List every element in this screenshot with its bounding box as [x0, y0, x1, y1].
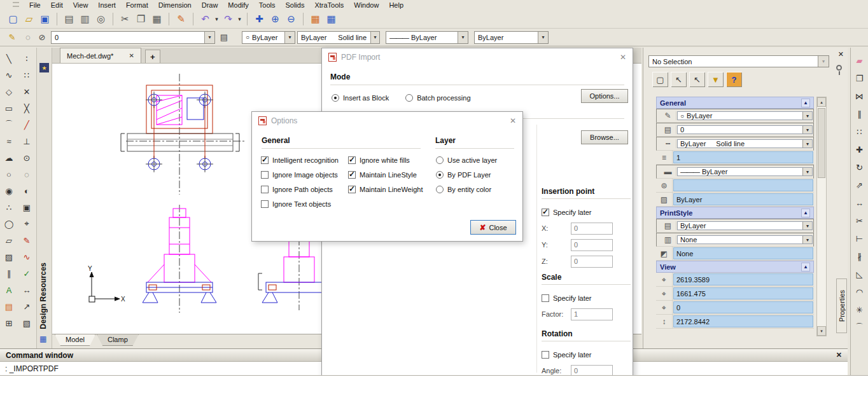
property-value[interactable]: ○ ByLayer ▾ [677, 111, 813, 120]
view-center-z-row[interactable]: ⌖ 0 ▾ [656, 301, 814, 315]
linetype-row[interactable]: ┅ ByLayer Solid line ▾ [656, 137, 814, 151]
scroll-up-icon[interactable]: ▴ [817, 97, 826, 107]
chevron-down-icon[interactable]: ▾ [802, 140, 812, 148]
redo-icon[interactable]: ↷ [220, 11, 236, 27]
dialog-title-bar[interactable]: Options ✕ [252, 112, 522, 130]
collapse-icon[interactable]: ▴ [801, 263, 810, 271]
check-ignore-image-objects[interactable]: Ignore Image objects [261, 167, 339, 182]
region-tool-icon[interactable]: ▱ [1, 232, 17, 249]
zoom-in-icon[interactable]: ⊕ [267, 11, 283, 27]
menu-window[interactable]: Window [349, 1, 384, 9]
node-snap-icon[interactable]: ◌ [19, 166, 34, 182]
linetype-scale-row[interactable]: ≡ 1 ▾ [656, 151, 814, 165]
print-table-attached-row[interactable]: ◩ None ▾ [656, 247, 814, 261]
mirror-icon[interactable]: ⋈ [853, 90, 867, 102]
design-resources-icon[interactable]: ★ [39, 63, 49, 72]
hatch-tool-icon[interactable]: ▨ [1, 249, 17, 265]
check-maintain-lineweight[interactable]: Maintain LineWeight [348, 182, 423, 196]
explode-icon[interactable]: ✳ [853, 303, 867, 316]
print-style-table-row[interactable]: ▥ None ▾ [656, 233, 814, 247]
document-tab-active[interactable]: Mech-det.dwg* ✕ [60, 48, 141, 63]
lineweight-combo[interactable]: ——— ByLayer ▾ [386, 31, 468, 44]
format-painter-icon[interactable]: ✎ [173, 11, 189, 27]
angle-input[interactable]: 0 [571, 365, 613, 376]
rotation-specify-later-checkbox[interactable]: Specify later [542, 347, 631, 362]
chevron-down-icon[interactable]: ▾ [802, 112, 812, 120]
chevron-down-icon[interactable]: ▾ [802, 126, 812, 134]
quadrant-snap-icon[interactable]: ◐ [19, 182, 34, 199]
property-value[interactable]: 2619.3589 ▾ [673, 273, 813, 285]
cut-icon[interactable]: ✂ [117, 11, 133, 27]
view-center-x-row[interactable]: ⌖ 2619.3589 ▾ [656, 273, 814, 287]
extend-icon[interactable]: ⊢ [853, 232, 867, 245]
property-value[interactable]: ByLayer ▾ [677, 221, 813, 230]
design-resources-grid-icon[interactable]: ▦ [39, 334, 46, 343]
property-value[interactable]: 0 ▾ [673, 301, 813, 313]
erase-icon[interactable]: ▰ [853, 54, 867, 67]
scale-specify-later-checkbox[interactable]: Specify later [542, 291, 631, 306]
spline-tool-icon[interactable]: ≈ [1, 133, 17, 149]
menu-tools[interactable]: Tools [254, 1, 281, 9]
menu-format[interactable]: Format [121, 1, 153, 9]
toolbar-grip[interactable] [13, 2, 19, 7]
revision-cloud-tool-icon[interactable]: ☁ [1, 149, 17, 166]
layer-properties-icon[interactable]: ✎ [5, 31, 19, 45]
layers-manager-icon[interactable]: ▦ [307, 11, 323, 27]
chevron-down-icon[interactable]: ▾ [538, 32, 548, 43]
lineweight-row[interactable]: ▬ ——— ByLayer ▾ [656, 165, 814, 179]
layer-state-icon[interactable]: ◌ [21, 31, 35, 45]
print-style-row[interactable]: ▤ ByLayer ▾ [656, 219, 814, 233]
chevron-down-icon[interactable]: ▾ [284, 32, 295, 43]
properties-tab[interactable]: Properties [836, 278, 847, 333]
ray-tool-icon[interactable]: ╱ [19, 116, 34, 133]
menu-draw[interactable]: Draw [197, 1, 223, 9]
selection-combo[interactable]: No Selection ▾ [648, 55, 829, 67]
menu-help[interactable]: Help [384, 1, 409, 9]
check-maintain-linestyle[interactable]: Maintain LineStyle [348, 167, 423, 182]
property-value[interactable]: 1 ▾ [673, 151, 813, 163]
section-general[interactable]: General ▴ [656, 97, 814, 109]
collapse-icon[interactable]: ▴ [801, 209, 810, 217]
field-input[interactable]: 0 [571, 223, 613, 235]
save-icon[interactable]: ▣ [37, 11, 53, 27]
close-button[interactable]: ✘ Close [470, 220, 516, 235]
dialog-title-bar[interactable]: PDF Import ✕ [322, 48, 633, 66]
check-ignore-path-objects[interactable]: Ignore Path objects [261, 182, 339, 196]
polygon-tool-icon[interactable]: ◇ [1, 83, 17, 100]
scale-icon[interactable]: ⇗ [853, 179, 867, 191]
scroll-down-icon[interactable]: ▾ [817, 326, 826, 336]
property-value[interactable]: None ▾ [677, 235, 813, 244]
design-resources-tab[interactable]: Design Resources [39, 263, 48, 329]
measure-tool-icon[interactable]: ∷ [19, 67, 34, 83]
plotstyle-combo[interactable]: ByLayer ▾ [474, 31, 549, 44]
select-add-icon[interactable]: ↖ [689, 72, 705, 87]
menu-modify[interactable]: Modify [223, 1, 253, 9]
rotate-icon[interactable]: ↻ [853, 161, 867, 174]
property-value[interactable]: ——— ByLayer ▾ [677, 167, 813, 176]
open-file-icon[interactable]: ▱ [21, 11, 37, 27]
layer-combo[interactable]: 0 ▾ [51, 31, 215, 44]
menu-dimension[interactable]: Dimension [153, 1, 197, 9]
pan-icon[interactable]: ✚ [251, 11, 267, 27]
arc-tool-icon[interactable]: ⌒ [1, 116, 17, 133]
intersection-snap-icon[interactable]: ✕ [19, 83, 34, 100]
rectangle-tool-icon[interactable]: ▭ [1, 100, 17, 116]
undo-icon[interactable]: ↶ [197, 11, 213, 27]
thickness-row[interactable]: ▨ ByLayer ▾ [656, 193, 814, 207]
scroll-thumb[interactable] [818, 108, 825, 178]
view-center-y-row[interactable]: ⌖ 1661.475 ▾ [656, 287, 814, 301]
quick-select-icon[interactable]: ▼ [708, 72, 724, 87]
radio-use-active-layer[interactable]: Use active layer [436, 153, 497, 167]
property-value[interactable]: 0 ▾ [677, 125, 813, 134]
check-ignore-white-fills[interactable]: Ignore white fills [348, 153, 423, 167]
property-value[interactable]: ByLayer ▾ [673, 193, 813, 205]
new-tab-button[interactable]: + [145, 50, 160, 63]
property-value[interactable]: None ▾ [673, 247, 813, 259]
trim-icon[interactable]: ✂ [853, 214, 867, 227]
close-tab-icon[interactable]: ✕ [129, 52, 134, 59]
menu-view[interactable]: View [68, 1, 94, 9]
find-icon[interactable]: ◎ [93, 11, 109, 27]
close-icon[interactable]: ✕ [838, 50, 844, 58]
multiline-tool-icon[interactable]: ∥ [1, 265, 17, 282]
paste-icon[interactable]: ▦ [149, 11, 165, 27]
